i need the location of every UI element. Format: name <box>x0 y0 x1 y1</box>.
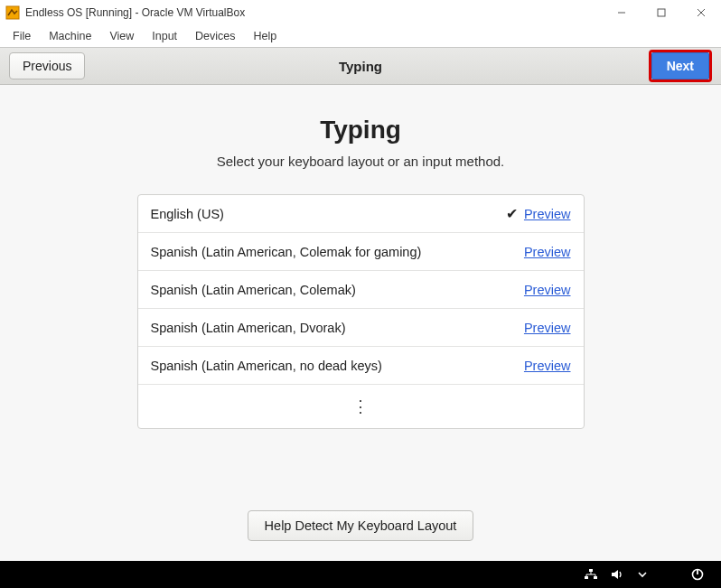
close-button[interactable] <box>681 0 721 25</box>
layout-name: Spanish (Latin American, Dvorak) <box>151 321 501 335</box>
detect-keyboard-button[interactable]: Help Detect My Keyboard Layout <box>248 510 474 541</box>
chevron-down-icon[interactable] <box>638 571 647 578</box>
next-button-highlight: Next <box>649 50 712 82</box>
window-title: Endless OS [Running] - Oracle VM Virtual… <box>25 6 245 19</box>
svg-rect-7 <box>594 576 597 579</box>
previous-button[interactable]: Previous <box>9 52 85 79</box>
svg-rect-5 <box>589 569 593 572</box>
toolbar: Previous Typing Next <box>0 47 721 85</box>
preview-link[interactable]: Preview <box>524 245 571 259</box>
menu-file[interactable]: File <box>4 27 40 45</box>
minimize-button[interactable] <box>602 0 641 25</box>
menubar: File Machine View Input Devices Help <box>0 25 721 47</box>
layout-row[interactable]: Spanish (Latin American, Colemak) Previe… <box>138 271 584 309</box>
layout-row[interactable]: Spanish (Latin American, Dvorak) Preview <box>138 309 584 347</box>
svg-rect-6 <box>585 576 588 579</box>
layout-name: Spanish (Latin American, Colemak) <box>151 283 501 297</box>
network-icon[interactable] <box>584 568 598 581</box>
layout-name: Spanish (Latin American, Colemak for gam… <box>151 245 501 259</box>
volume-icon[interactable] <box>611 568 625 581</box>
preview-link[interactable]: Preview <box>524 359 571 373</box>
page-heading: Typing <box>0 116 721 145</box>
preview-link[interactable]: Preview <box>524 321 571 335</box>
window-titlebar: Endless OS [Running] - Oracle VM Virtual… <box>0 0 721 25</box>
menu-devices[interactable]: Devices <box>186 27 244 45</box>
layout-row[interactable]: Spanish (Latin American, no dead keys) P… <box>138 347 584 385</box>
keyboard-layout-list: English (US) ✔ Preview Spanish (Latin Am… <box>137 194 585 429</box>
svg-rect-0 <box>6 6 19 19</box>
page-subtitle: Select your keyboard layout or an input … <box>0 154 721 169</box>
preview-link[interactable]: Preview <box>524 283 571 297</box>
menu-help[interactable]: Help <box>245 27 286 45</box>
layout-name: Spanish (Latin American, no dead keys) <box>151 359 501 373</box>
power-icon[interactable] <box>690 567 705 582</box>
layout-name: English (US) <box>151 207 501 221</box>
system-tray <box>0 561 721 588</box>
menu-machine[interactable]: Machine <box>40 27 100 45</box>
menu-view[interactable]: View <box>100 27 143 45</box>
toolbar-title: Typing <box>0 59 721 74</box>
window-controls <box>602 0 721 25</box>
next-button[interactable]: Next <box>651 52 709 79</box>
svg-rect-2 <box>658 9 665 16</box>
layout-row[interactable]: Spanish (Latin American, Colemak for gam… <box>138 233 584 271</box>
app-icon <box>5 5 20 20</box>
main-content: Typing Select your keyboard layout or an… <box>0 85 721 561</box>
preview-link[interactable]: Preview <box>524 207 571 221</box>
menu-input[interactable]: Input <box>143 27 186 45</box>
layout-row[interactable]: English (US) ✔ Preview <box>138 195 584 233</box>
more-layouts-button[interactable]: ⋮ <box>138 385 584 428</box>
maximize-button[interactable] <box>641 0 681 25</box>
more-icon: ⋮ <box>352 402 369 412</box>
check-icon: ✔ <box>501 205 524 222</box>
